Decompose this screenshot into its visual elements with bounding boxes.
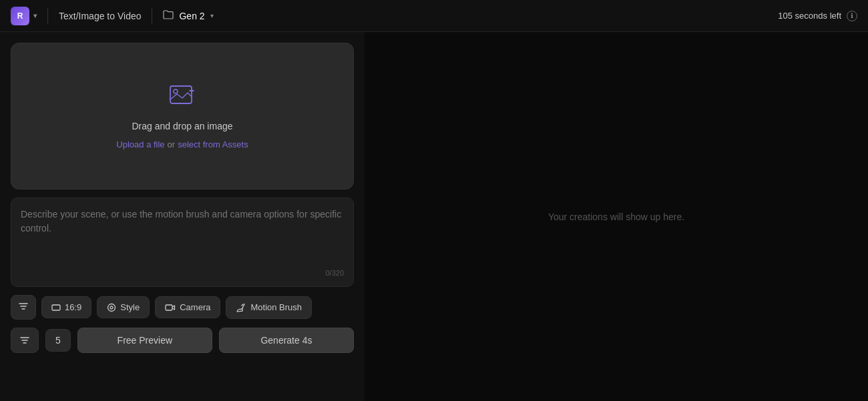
logo-button[interactable]: R ▾ (11, 7, 37, 25)
credits-badge: 5 (45, 329, 71, 352)
style-button[interactable]: Style (97, 296, 150, 318)
project-chevron-icon: ▾ (210, 12, 214, 19)
upload-image-icon (169, 83, 196, 113)
left-panel: Drag and drop an image Upload a file or … (0, 32, 365, 401)
svg-rect-2 (52, 305, 60, 310)
topbar: R ▾ Text/Image to Video Gen 2 ▾ 105 seco… (0, 0, 868, 32)
char-count: 0/320 (21, 269, 344, 277)
or-text: or (168, 139, 176, 149)
topbar-left: R ▾ Text/Image to Video Gen 2 ▾ (11, 7, 214, 25)
project-name: Gen 2 (179, 11, 204, 21)
generate-button[interactable]: Generate 4s (219, 328, 354, 353)
topbar-divider (47, 8, 48, 24)
tool-buttons-row: 16:9 Style Camera (11, 295, 354, 320)
upload-links: Upload a file or select from Assets (116, 139, 248, 149)
folder-icon (163, 10, 174, 22)
action-row: 5 Free Preview Generate 4s (11, 328, 354, 353)
svg-point-3 (108, 304, 116, 311)
main-content: Drag and drop an image Upload a file or … (0, 32, 868, 401)
logo-chevron-icon: ▾ (33, 12, 37, 19)
topbar-right: 105 seconds left ℹ (778, 11, 857, 21)
project-button[interactable]: Gen 2 ▾ (163, 10, 213, 22)
prompt-container: 0/320 (11, 197, 354, 287)
prompt-textarea[interactable] (21, 208, 344, 261)
upload-file-link[interactable]: Upload a file (116, 139, 164, 149)
select-assets-link[interactable]: select from Assets (178, 139, 248, 149)
camera-label: Camera (180, 302, 210, 312)
svg-rect-0 (170, 86, 192, 103)
right-panel: Your creations will show up here. (365, 32, 868, 401)
free-preview-button[interactable]: Free Preview (77, 328, 212, 353)
empty-creations-message: Your creations will show up here. (548, 212, 684, 222)
svg-point-1 (174, 89, 178, 93)
info-icon[interactable]: ℹ (847, 11, 857, 21)
camera-button[interactable]: Camera (155, 296, 220, 318)
svg-point-4 (110, 306, 113, 309)
topbar-title: Text/Image to Video (59, 11, 141, 21)
style-label: Style (120, 302, 140, 312)
image-dropzone[interactable]: Drag and drop an image Upload a file or … (11, 43, 354, 189)
motion-brush-label: Motion Brush (250, 302, 302, 312)
drag-drop-text: Drag and drop an image (132, 121, 233, 131)
logo-icon: R (11, 7, 29, 25)
ratio-button[interactable]: 16:9 (41, 296, 91, 318)
settings-button[interactable] (11, 295, 36, 320)
topbar-divider-2 (152, 8, 152, 24)
seconds-left-label: 105 seconds left (778, 11, 841, 21)
action-settings-button[interactable] (11, 328, 39, 353)
ratio-label: 16:9 (65, 302, 81, 312)
motion-brush-button[interactable]: Motion Brush (226, 296, 312, 319)
